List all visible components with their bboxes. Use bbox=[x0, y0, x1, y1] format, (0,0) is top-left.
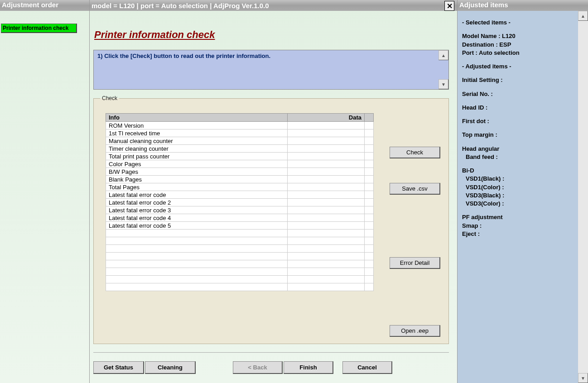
back-button[interactable]: < Back bbox=[233, 361, 283, 374]
band-feed: Band feed : bbox=[466, 153, 583, 161]
open-eep-button[interactable]: Open .eep bbox=[390, 325, 440, 337]
table-row[interactable]: Manual cleaning counter bbox=[106, 137, 374, 145]
cell-extra bbox=[365, 283, 374, 291]
section-adjusted: - Adjusted items - bbox=[462, 63, 583, 70]
close-icon: ✕ bbox=[447, 2, 453, 10]
table-row[interactable] bbox=[106, 253, 374, 260]
cell-extra bbox=[365, 276, 374, 283]
cell-data bbox=[288, 260, 365, 268]
table-row[interactable]: Color Pages bbox=[106, 160, 374, 168]
cell-info bbox=[106, 260, 288, 268]
head-id: Head ID : bbox=[462, 104, 583, 111]
destination: Destination : ESP bbox=[462, 41, 583, 48]
cell-data bbox=[288, 253, 365, 260]
right-header: Adjusted items bbox=[458, 0, 588, 11]
cell-info: ROM Version bbox=[106, 122, 288, 129]
vsd3-color: VSD3(Color) : bbox=[466, 200, 583, 207]
adjustment-order-item[interactable]: Printer information check bbox=[1, 24, 77, 33]
cell-extra bbox=[365, 230, 374, 237]
cell-extra bbox=[365, 214, 374, 222]
first-dot: First dot : bbox=[462, 118, 583, 125]
cell-info: Latest fatal error code 5 bbox=[106, 222, 288, 230]
cell-extra bbox=[365, 129, 374, 137]
cell-data bbox=[288, 222, 365, 230]
cell-data bbox=[288, 137, 365, 145]
info-table[interactable]: Info Data ROM Version1st TI received tim… bbox=[106, 113, 374, 291]
close-button[interactable]: ✕ bbox=[444, 1, 454, 11]
table-row[interactable]: Total Pages bbox=[106, 183, 374, 191]
cell-data bbox=[288, 122, 365, 129]
table-row[interactable] bbox=[106, 268, 374, 276]
table-row[interactable]: Timer cleaning counter bbox=[106, 145, 374, 153]
cell-data bbox=[288, 160, 365, 168]
check-button[interactable]: Check bbox=[390, 147, 440, 158]
cell-data bbox=[288, 191, 365, 199]
table-row[interactable] bbox=[106, 283, 374, 291]
cell-info: Total Pages bbox=[106, 183, 288, 191]
table-row[interactable]: Total print pass counter bbox=[106, 153, 374, 160]
scroll-down-button[interactable]: ▼ bbox=[578, 373, 588, 383]
table-row[interactable]: Latest fatal error code 3 bbox=[106, 206, 374, 214]
cell-info bbox=[106, 230, 288, 237]
cell-extra bbox=[365, 153, 374, 160]
cell-info: Latest fatal error code 2 bbox=[106, 199, 288, 206]
cell-data bbox=[288, 276, 365, 283]
cell-info: Total print pass counter bbox=[106, 153, 288, 160]
finish-button[interactable]: Finish bbox=[284, 361, 333, 374]
right-scrollbar: ▲ ▼ bbox=[578, 11, 588, 383]
cell-extra bbox=[365, 183, 374, 191]
top-margin: Top margin : bbox=[462, 131, 583, 139]
table-row[interactable]: Latest fatal error code 5 bbox=[106, 222, 374, 230]
check-fieldset: Check Info Data ROM Version1st TI receiv… bbox=[93, 95, 449, 344]
cell-info: Timer cleaning counter bbox=[106, 145, 288, 153]
vsd3-black: VSD3(Black) : bbox=[466, 192, 583, 199]
cancel-button[interactable]: Cancel bbox=[342, 361, 392, 374]
right-content: - Selected items - Model Name : L120 Des… bbox=[458, 11, 588, 247]
col-info[interactable]: Info bbox=[106, 114, 288, 122]
col-extra bbox=[365, 114, 374, 122]
cell-extra bbox=[365, 222, 374, 230]
table-row[interactable] bbox=[106, 276, 374, 283]
cell-info bbox=[106, 245, 288, 253]
cell-info: Color Pages bbox=[106, 160, 288, 168]
cell-extra bbox=[365, 122, 374, 129]
cleaning-button[interactable]: Cleaning bbox=[145, 361, 196, 374]
cell-extra bbox=[365, 268, 374, 276]
cell-data bbox=[288, 283, 365, 291]
bi-d: Bi-D bbox=[462, 167, 583, 174]
error-detail-button[interactable]: Error Detail bbox=[390, 257, 440, 269]
cell-extra bbox=[365, 160, 374, 168]
table-row[interactable]: Latest fatal error code bbox=[106, 191, 374, 199]
scroll-up-button[interactable]: ▲ bbox=[578, 11, 588, 21]
scroll-down-button[interactable]: ▼ bbox=[439, 79, 448, 89]
page-title: Printer information check bbox=[94, 29, 457, 41]
cell-data bbox=[288, 129, 365, 137]
col-data[interactable]: Data bbox=[288, 114, 365, 122]
table-row[interactable]: B/W Pages bbox=[106, 168, 374, 176]
cell-data bbox=[288, 230, 365, 237]
table-row[interactable] bbox=[106, 237, 374, 245]
get-status-button[interactable]: Get Status bbox=[93, 361, 144, 374]
table-row[interactable] bbox=[106, 260, 374, 268]
table-row[interactable] bbox=[106, 245, 374, 253]
table-row[interactable]: ROM Version bbox=[106, 122, 374, 129]
table-row[interactable]: 1st TI received time bbox=[106, 129, 374, 137]
save-csv-button[interactable]: Save .csv bbox=[390, 183, 440, 195]
instruction-box: 1) Click the [Check] button to read out … bbox=[93, 50, 449, 90]
table-row[interactable]: Latest fatal error code 2 bbox=[106, 199, 374, 206]
left-panel: Adjustment order Printer information che… bbox=[0, 0, 90, 383]
serial-no: Serial No. : bbox=[462, 91, 583, 98]
eject: Eject : bbox=[462, 230, 583, 238]
table-row[interactable]: Latest fatal error code 4 bbox=[106, 214, 374, 222]
right-panel: Adjusted items - Selected items - Model … bbox=[458, 0, 588, 383]
cell-data bbox=[288, 206, 365, 214]
cell-extra bbox=[365, 253, 374, 260]
cell-info bbox=[106, 268, 288, 276]
table-row[interactable] bbox=[106, 230, 374, 237]
cell-info: 1st TI received time bbox=[106, 129, 288, 137]
table-row[interactable]: Blank Pages bbox=[106, 176, 374, 183]
scroll-up-button[interactable]: ▲ bbox=[439, 50, 448, 60]
cell-info bbox=[106, 253, 288, 260]
cell-extra bbox=[365, 145, 374, 153]
cell-data bbox=[288, 145, 365, 153]
